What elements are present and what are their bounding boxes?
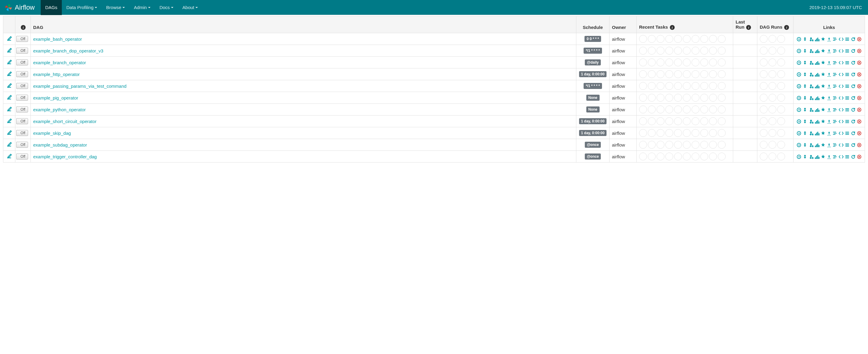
- status-circle[interactable]: [683, 70, 691, 78]
- nav-item-docs[interactable]: Docs: [155, 0, 178, 15]
- dag-toggle[interactable]: Off: [18, 142, 28, 148]
- status-circle[interactable]: [639, 70, 647, 78]
- status-circle[interactable]: [639, 141, 647, 149]
- status-circle[interactable]: [709, 70, 717, 78]
- status-circle[interactable]: [639, 47, 647, 55]
- logs-icon[interactable]: [844, 48, 850, 54]
- refresh-icon[interactable]: [850, 131, 856, 136]
- landing-times-icon[interactable]: [826, 142, 832, 148]
- edit-dag-icon[interactable]: [7, 95, 12, 100]
- status-circle[interactable]: [683, 47, 691, 55]
- status-circle[interactable]: [648, 94, 656, 102]
- status-circle[interactable]: [691, 129, 700, 137]
- code-icon[interactable]: [838, 48, 844, 54]
- status-circle[interactable]: [657, 47, 664, 55]
- status-circle[interactable]: [691, 94, 700, 102]
- task-tries-icon[interactable]: [820, 154, 826, 160]
- nav-item-dags[interactable]: DAGs: [41, 0, 62, 15]
- task-duration-icon[interactable]: [814, 119, 820, 124]
- task-duration-icon[interactable]: [814, 154, 820, 160]
- gantt-icon[interactable]: [832, 131, 838, 136]
- status-circle[interactable]: [718, 105, 726, 114]
- tree-view-icon[interactable]: [802, 142, 808, 148]
- task-tries-icon[interactable]: [820, 95, 826, 101]
- schedule-label[interactable]: 0 0 * * *: [585, 36, 601, 42]
- status-circle[interactable]: [691, 82, 700, 90]
- status-circle[interactable]: [639, 153, 647, 160]
- trigger-dag-icon[interactable]: [796, 95, 802, 101]
- tree-view-icon[interactable]: [802, 95, 808, 101]
- gantt-icon[interactable]: [832, 107, 838, 112]
- graph-view-icon[interactable]: [808, 48, 814, 54]
- dag-toggle[interactable]: Off: [18, 83, 28, 89]
- status-circle[interactable]: [665, 35, 673, 43]
- graph-view-icon[interactable]: [808, 142, 814, 148]
- status-circle[interactable]: [683, 82, 691, 90]
- landing-times-icon[interactable]: [826, 48, 832, 54]
- landing-times-icon[interactable]: [826, 72, 832, 77]
- info-icon[interactable]: i: [746, 25, 751, 30]
- status-circle[interactable]: [674, 59, 682, 66]
- schedule-label[interactable]: 1 day, 0:00:00: [579, 71, 607, 77]
- status-circle[interactable]: [683, 117, 691, 125]
- status-circle[interactable]: [657, 82, 664, 90]
- trigger-dag-icon[interactable]: [796, 72, 802, 77]
- refresh-icon[interactable]: [850, 36, 856, 42]
- gantt-icon[interactable]: [832, 48, 838, 54]
- status-circle[interactable]: [665, 117, 673, 125]
- dag-link[interactable]: example_python_operator: [33, 107, 86, 112]
- status-circle[interactable]: [683, 35, 691, 43]
- status-circle[interactable]: [760, 129, 768, 137]
- dag-link[interactable]: example_trigger_controller_dag: [33, 154, 97, 159]
- trigger-dag-icon[interactable]: [796, 142, 802, 148]
- status-circle[interactable]: [683, 94, 691, 102]
- tree-view-icon[interactable]: [802, 131, 808, 136]
- header-schedule[interactable]: Schedule: [576, 16, 610, 33]
- status-circle[interactable]: [657, 105, 664, 114]
- status-circle[interactable]: [639, 82, 647, 90]
- status-circle[interactable]: [639, 129, 647, 137]
- nav-item-about[interactable]: About: [178, 0, 203, 15]
- status-circle[interactable]: [657, 94, 664, 102]
- dag-toggle[interactable]: Off: [18, 130, 28, 136]
- info-icon[interactable]: i: [784, 25, 789, 30]
- dag-link[interactable]: example_branch_operator: [33, 60, 86, 65]
- status-circle[interactable]: [648, 129, 656, 137]
- dag-toggle[interactable]: Off: [18, 59, 28, 65]
- tree-view-icon[interactable]: [802, 36, 808, 42]
- status-circle[interactable]: [700, 117, 708, 125]
- dag-toggle[interactable]: Off: [18, 47, 28, 54]
- refresh-icon[interactable]: [850, 84, 856, 89]
- landing-times-icon[interactable]: [826, 154, 832, 160]
- trigger-dag-icon[interactable]: [796, 107, 802, 112]
- status-circle[interactable]: [674, 153, 682, 160]
- status-circle[interactable]: [665, 129, 673, 137]
- tree-view-icon[interactable]: [802, 60, 808, 65]
- status-circle[interactable]: [657, 35, 664, 43]
- status-circle[interactable]: [709, 59, 717, 66]
- gantt-icon[interactable]: [832, 119, 838, 124]
- status-circle[interactable]: [691, 141, 700, 149]
- delete-dag-icon[interactable]: [857, 60, 862, 65]
- status-circle[interactable]: [700, 59, 708, 66]
- status-circle[interactable]: [639, 35, 647, 43]
- schedule-label[interactable]: 1 day, 0:00:00: [579, 130, 607, 136]
- status-circle[interactable]: [718, 59, 726, 66]
- status-circle[interactable]: [657, 153, 664, 160]
- code-icon[interactable]: [838, 154, 844, 160]
- refresh-icon[interactable]: [850, 60, 856, 65]
- status-circle[interactable]: [709, 141, 717, 149]
- task-duration-icon[interactable]: [814, 60, 820, 65]
- status-circle[interactable]: [691, 47, 700, 55]
- logs-icon[interactable]: [844, 154, 850, 160]
- status-circle[interactable]: [674, 47, 682, 55]
- dag-link[interactable]: example_pig_operator: [33, 95, 78, 100]
- code-icon[interactable]: [838, 107, 844, 112]
- landing-times-icon[interactable]: [826, 119, 832, 124]
- code-icon[interactable]: [838, 131, 844, 136]
- edit-dag-icon[interactable]: [7, 130, 12, 135]
- status-circle[interactable]: [700, 105, 708, 114]
- status-circle[interactable]: [657, 70, 664, 78]
- tree-view-icon[interactable]: [802, 84, 808, 89]
- status-circle[interactable]: [657, 141, 664, 149]
